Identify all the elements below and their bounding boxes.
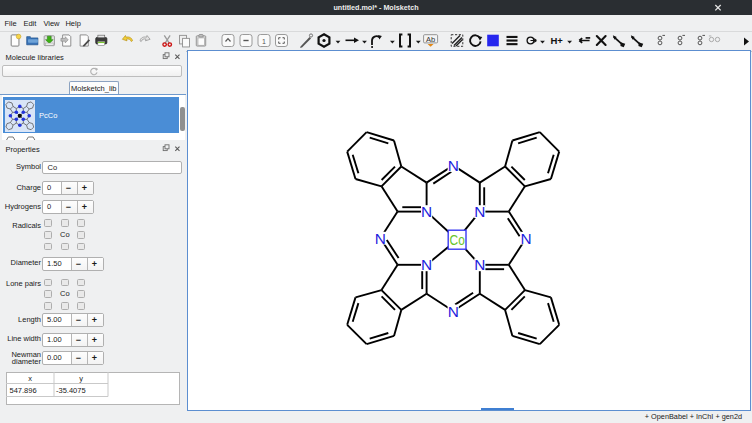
svg-text:H+: H+ <box>550 35 563 46</box>
svg-text:1: 1 <box>262 38 266 45</box>
svg-text:Ab: Ab <box>426 35 435 44</box>
